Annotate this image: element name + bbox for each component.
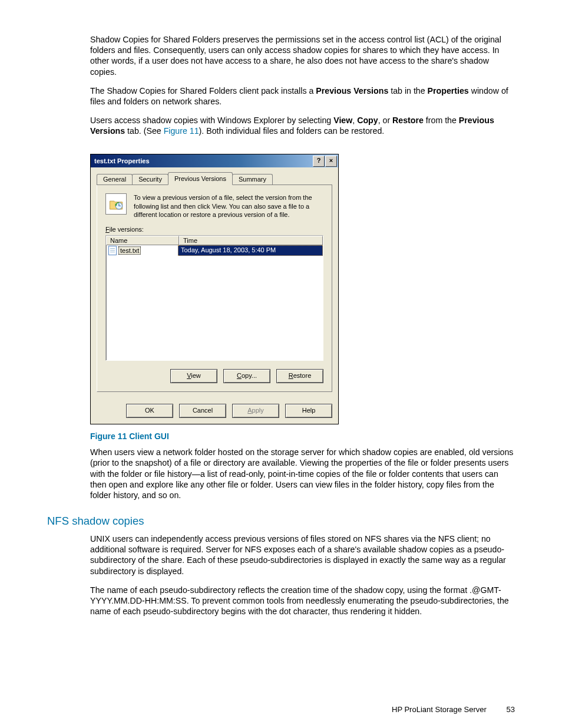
tab-summary[interactable]: Summary <box>232 174 273 185</box>
footer-page-number: 53 <box>507 705 515 714</box>
bold-previous-versions: Previous Versions <box>316 86 388 95</box>
previous-versions-icon <box>105 193 127 215</box>
figure-caption: Figure 11 Client GUI <box>90 431 515 441</box>
text: , <box>352 116 357 125</box>
text: The Shadow Copies for Shared Folders cli… <box>90 86 316 95</box>
list-header: Name Time <box>106 236 323 245</box>
apply-button[interactable]: Apply <box>232 404 279 418</box>
paragraph-pseudo-subdir: The name of each pseudo-subdirectory ref… <box>90 585 515 617</box>
tab-panel-previous-versions: To view a previous version of a file, se… <box>97 185 332 392</box>
tab-previous-versions[interactable]: Previous Versions <box>168 172 233 185</box>
copy-button[interactable]: Copy... <box>223 369 270 383</box>
text: tab in the <box>388 86 427 95</box>
text: ile versions: <box>110 226 144 233</box>
paragraph-client-pack: The Shadow Copies for Shared Folders cli… <box>90 85 515 107</box>
text: from the <box>424 116 459 125</box>
titlebar-close-button[interactable]: × <box>325 156 337 167</box>
cancel-button[interactable]: Cancel <box>179 404 226 418</box>
page-footer: HP ProLiant Storage Server 53 <box>47 705 515 714</box>
tab-row: General Security Previous Versions Summa… <box>97 172 332 185</box>
info-text: To view a previous version of a file, se… <box>134 193 323 219</box>
paragraph-access: Users access shadow copies with Windows … <box>90 115 515 136</box>
text: ). Both individual files and folders can… <box>199 126 385 136</box>
bold-copy: Copy <box>357 116 378 125</box>
tab-security[interactable]: Security <box>132 174 168 185</box>
bold-restore: Restore <box>392 116 424 125</box>
column-header-name[interactable]: Name <box>106 236 179 245</box>
properties-dialog: test.txt Properties ? × General Security… <box>90 154 339 424</box>
paragraph-acl: Shadow Copies for Shared Folders preserv… <box>90 34 515 77</box>
text: , or <box>378 116 392 125</box>
footer-doc-title: HP ProLiant Storage Server <box>392 705 487 714</box>
column-header-time[interactable]: Time <box>179 236 323 245</box>
bold-view: View <box>333 116 352 125</box>
restore-button[interactable]: Restore <box>276 369 323 383</box>
bold-properties: Properties <box>428 86 469 95</box>
mnemonic-f: F <box>105 226 110 233</box>
link-figure-11[interactable]: Figure 11 <box>164 126 199 136</box>
ok-button[interactable]: OK <box>126 404 173 418</box>
dialog-title: test.txt Properties <box>94 157 150 164</box>
tab-general[interactable]: General <box>97 174 133 185</box>
dialog-titlebar[interactable]: test.txt Properties ? × <box>91 154 338 167</box>
help-button[interactable]: Help <box>285 404 332 418</box>
text: tab. (See <box>125 126 163 136</box>
file-icon <box>108 246 117 255</box>
heading-nfs-shadow-copies: NFS shadow copies <box>47 515 515 528</box>
paragraph-unix: UNIX users can independently access prev… <box>90 533 515 577</box>
file-versions-list[interactable]: Name Time test.txt Today, August 18, 200… <box>105 235 323 361</box>
view-button[interactable]: View <box>170 369 217 383</box>
file-versions-label: File versions: <box>105 226 323 233</box>
titlebar-help-button[interactable]: ? <box>313 156 325 167</box>
file-name: test.txt <box>118 246 141 255</box>
text: Users access shadow copies with Windows … <box>90 116 333 125</box>
list-item[interactable]: test.txt Today, August 18, 2003, 5:40 PM <box>106 245 323 256</box>
paragraph-network-folder: When users view a network folder hosted … <box>90 447 515 500</box>
file-time: Today, August 18, 2003, 5:40 PM <box>178 245 323 256</box>
